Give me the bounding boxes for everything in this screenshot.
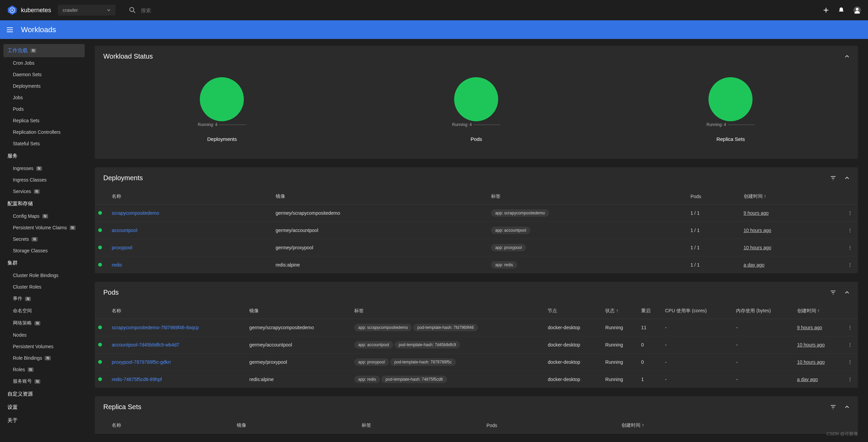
row-menu-icon[interactable]: ⋮ [844,354,858,371]
mem-cell: - [733,319,793,336]
row-menu-icon[interactable]: ⋮ [844,319,858,336]
resource-link[interactable]: accountpool [112,228,137,233]
sidebar-item[interactable]: Jobs [3,92,85,103]
col-header[interactable]: 镜像 [233,418,358,434]
kubernetes-icon [7,5,18,16]
created-time: a day ago [797,377,818,382]
sidebar-item[interactable]: Cluster Role Bindings [3,270,85,281]
sidebar-item[interactable]: SecretsN [3,233,85,245]
sidebar-item[interactable]: 网络策略N [3,317,85,329]
user-icon[interactable] [853,6,861,14]
sidebar-item[interactable]: Ingress Classes [3,174,85,186]
label-chip: app: accountpool [354,341,393,349]
sidebar-item[interactable]: Stateful Sets [3,138,85,149]
row-menu-icon[interactable]: ⋮ [844,256,858,274]
resource-link[interactable]: accountpool-7d45b9dfc9-wb4d7 [112,342,179,348]
sidebar-item[interactable]: Pods [3,103,85,115]
created-time: 10 hours ago [744,245,771,250]
sidebar-item[interactable]: Nodes [3,329,85,341]
sidebar-section[interactable]: 设置 [3,401,85,414]
sidebar-item[interactable]: ServicesN [3,186,85,197]
plus-icon[interactable] [823,7,829,14]
chart-status: Running: 4 [198,122,217,127]
sidebar-item[interactable]: Role BindingsN [3,352,85,364]
sidebar-section[interactable]: 自定义资源 [3,387,85,401]
col-header[interactable]: 创建时间 ↑ [794,303,844,319]
sidebar-item[interactable]: 事件N [3,293,85,305]
sidebar-item[interactable]: RolesN [3,364,85,375]
col-header[interactable]: Pods [687,189,740,205]
table-row: accountpool-7d45b9dfc9-wb4d7germey/accou… [95,336,858,354]
row-menu-icon[interactable]: ⋮ [844,205,858,222]
resource-link[interactable]: proxypool-7879789f5c-gdkrr [112,359,171,365]
resource-link[interactable]: redis [112,262,122,268]
col-header[interactable]: 节点 [544,303,602,319]
main-content: Workload Status Running: 4 Deployments R… [88,39,868,442]
resource-link[interactable]: redis-74875f5cd6-89hpf [112,377,162,382]
collapse-icon[interactable] [845,405,849,409]
resource-link[interactable]: scrapycompositedemo [112,210,159,216]
table-row: proxypool-7879789f5c-gdkrrgermey/proxypo… [95,354,858,371]
sidebar-item[interactable]: Replication Controllers [3,126,85,138]
sidebar-section[interactable]: 集群 [3,256,85,270]
col-header[interactable]: 名称 [108,189,272,205]
col-header[interactable]: 标签 [351,303,545,319]
sidebar-item[interactable]: Persistent Volume ClaimsN [3,222,85,233]
col-header[interactable]: 名称 [108,303,246,319]
menu-icon[interactable] [6,26,14,34]
search-box[interactable] [122,7,816,14]
col-header[interactable]: 标签 [358,418,483,434]
table-row: proxypoolgermey/proxypoolapp: proxypool1… [95,239,858,256]
col-header[interactable]: 镜像 [246,303,351,319]
sidebar-item[interactable]: Deployments [3,80,85,92]
resource-link[interactable]: scrapycompositedemo-7fd7969f46-8xqcp [112,325,199,330]
created-time: 10 hours ago [797,342,825,348]
status-dot [98,263,102,267]
col-header[interactable]: 名称 [108,418,233,434]
sidebar-item[interactable]: Replica Sets [3,115,85,126]
sidebar-section[interactable]: 关于 [3,414,85,427]
label-chip: app: proxypool [354,358,389,366]
col-header[interactable]: Pods [483,418,618,434]
resource-link[interactable]: proxypool [112,245,132,250]
collapse-icon[interactable] [845,176,849,181]
badge: N [28,367,34,372]
col-header[interactable]: 创建时间 ↑ [618,418,844,434]
namespace-select[interactable]: crawler [58,5,115,16]
filter-icon[interactable] [830,404,836,410]
row-menu-icon[interactable]: ⋮ [844,336,858,354]
search-input[interactable] [141,7,809,13]
row-menu-icon[interactable]: ⋮ [844,222,858,239]
sidebar-item[interactable]: Config MapsN [3,210,85,222]
col-header[interactable]: 标签 [488,189,687,205]
col-header[interactable]: 重启 [638,303,661,319]
sidebar-item[interactable]: Cron Jobs [3,57,85,69]
status-dot [98,325,102,329]
logo[interactable]: kubernetes [7,5,51,16]
collapse-icon[interactable] [845,290,849,295]
brand-text: kubernetes [21,7,51,14]
sidebar-section[interactable]: 工作负载N [3,44,85,57]
sidebar-item[interactable]: Storage Classes [3,245,85,256]
sidebar-item[interactable]: Daemon Sets [3,69,85,80]
status-cell: Running [602,336,638,354]
bell-icon[interactable] [838,7,845,14]
filter-icon[interactable] [830,175,836,181]
label-chip: app: redis [491,261,517,269]
col-header[interactable]: 创建时间 ↑ [740,189,844,205]
col-header[interactable]: 状态 ↑ [602,303,638,319]
filter-icon[interactable] [830,290,836,296]
sidebar-item[interactable]: 服务账号N [3,375,85,387]
col-header[interactable]: 镜像 [272,189,488,205]
sidebar-section[interactable]: 配置和存储 [3,197,85,210]
sidebar-item[interactable]: IngressesN [3,163,85,174]
sidebar-section[interactable]: 服务 [3,149,85,163]
row-menu-icon[interactable]: ⋮ [844,239,858,256]
row-menu-icon[interactable]: ⋮ [844,371,858,388]
collapse-icon[interactable] [845,54,849,59]
col-header[interactable]: CPU 使用率 (cores) [662,303,733,319]
col-header[interactable]: 内存使用 (bytes) [733,303,793,319]
sidebar-item[interactable]: Cluster Roles [3,281,85,293]
sidebar-item[interactable]: 命名空间 [3,305,85,317]
sidebar-item[interactable]: Persistent Volumes [3,341,85,352]
